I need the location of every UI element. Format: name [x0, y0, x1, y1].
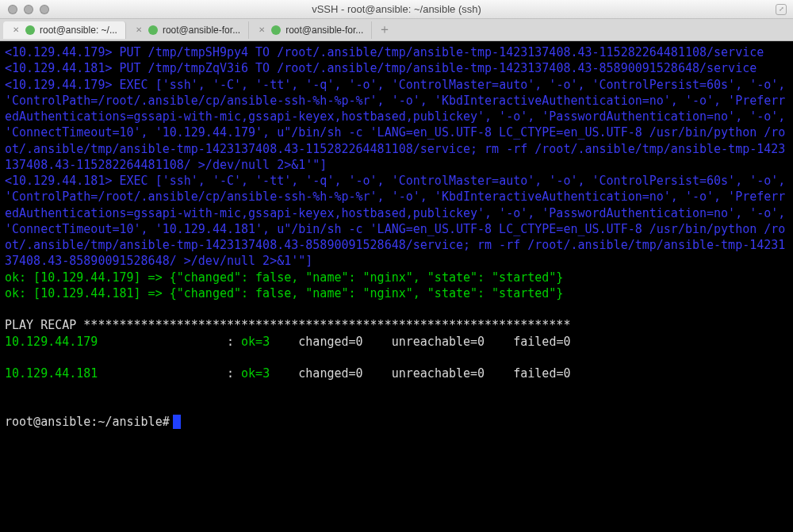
maximize-icon[interactable]: [40, 5, 49, 14]
cursor-icon: [173, 415, 181, 429]
tab-label: root@ansible-for...: [285, 25, 363, 36]
tab-bar: ✕ root@ansible: ~/... ✕ root@ansible-for…: [0, 19, 793, 41]
exec-line-2: <10.129.44.181> EXEC ['ssh', '-C', '-tt'…: [5, 174, 792, 268]
add-tab-button[interactable]: ＋: [377, 22, 393, 38]
ok-line-1: ok: [10.129.44.179] => {"changed": false…: [5, 270, 563, 285]
status-dot-icon: [148, 25, 158, 35]
terminal-output[interactable]: <10.129.44.179> PUT /tmp/tmpSH9py4 TO /r…: [0, 41, 793, 532]
close-icon[interactable]: ✕: [257, 25, 266, 35]
play-recap-header: PLAY RECAP *****************************…: [5, 318, 570, 332]
window-title: vSSH - root@ansible: ~/ansible (ssh): [312, 3, 481, 15]
tab-2[interactable]: ✕ root@ansible-for...: [126, 21, 249, 39]
ok-line-2: ok: [10.129.44.181] => {"changed": false…: [5, 286, 563, 300]
expand-icon[interactable]: ⤢: [776, 4, 787, 15]
tab-1[interactable]: ✕ root@ansible: ~/...: [3, 21, 126, 39]
traffic-lights: [0, 5, 49, 14]
exec-line-1: <10.129.44.179> EXEC ['ssh', '-C', '-tt'…: [5, 78, 792, 172]
recap-row-2: 10.129.44.181: ok=3 changed=0 unreachabl…: [5, 366, 788, 381]
close-icon[interactable]: [8, 5, 17, 14]
tab-3[interactable]: ✕ root@ansible-for...: [249, 21, 372, 39]
close-icon[interactable]: ✕: [11, 25, 21, 35]
status-dot-icon: [271, 25, 281, 35]
tab-label: root@ansible: ~/...: [40, 25, 117, 36]
window-titlebar: vSSH - root@ansible: ~/ansible (ssh) ⤢: [0, 0, 793, 19]
status-dot-icon: [25, 25, 35, 35]
recap-row-1: 10.129.44.179: ok=3 changed=0 unreachabl…: [5, 334, 788, 350]
minimize-icon[interactable]: [24, 5, 33, 14]
close-icon[interactable]: ✕: [134, 25, 144, 35]
tab-label: root@ansible-for...: [163, 25, 240, 36]
put-line-2: <10.129.44.181> PUT /tmp/tmpZqV3i6 TO /r…: [5, 61, 757, 75]
shell-prompt: root@ansible:~/ansible#: [5, 415, 170, 429]
put-line-1: <10.129.44.179> PUT /tmp/tmpSH9py4 TO /r…: [5, 45, 764, 59]
